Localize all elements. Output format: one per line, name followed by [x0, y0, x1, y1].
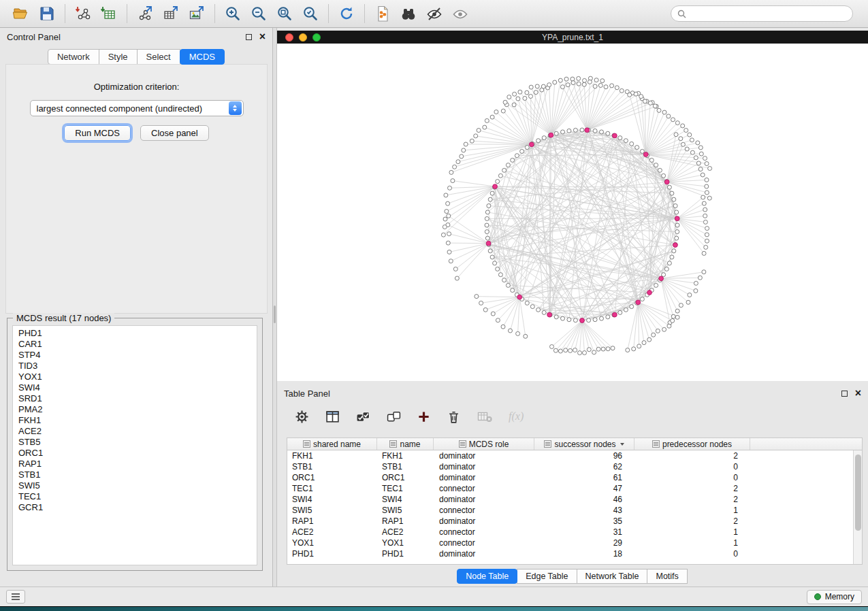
table-row[interactable]: ACE2ACE2connector311 [287, 527, 853, 538]
open-file-button[interactable] [8, 3, 34, 24]
zoom-in-button[interactable] [220, 3, 246, 24]
import-network-button[interactable] [70, 3, 96, 24]
tab-mcds[interactable]: MCDS [180, 49, 225, 65]
tab-motifs[interactable]: Motifs [647, 569, 687, 584]
mcds-result-item[interactable]: STP4 [13, 350, 257, 361]
delete-table-button[interactable] [477, 410, 492, 424]
minimize-window-icon[interactable] [299, 33, 307, 42]
mcds-result-item[interactable]: YOX1 [13, 371, 257, 382]
tab-style[interactable]: Style [99, 49, 138, 65]
table-row[interactable]: ORC1ORC1dominator610 [287, 472, 853, 483]
close-table-panel-icon[interactable]: × [855, 388, 861, 399]
column-header-successor-nodes[interactable]: successor nodes [534, 438, 634, 450]
function-builder-button[interactable]: f(x) [509, 410, 524, 423]
mcds-tab-content: Optimization criterion: largest connecte… [5, 64, 268, 314]
tab-select[interactable]: Select [137, 49, 180, 65]
scrollbar-thumb[interactable] [855, 455, 861, 531]
sort-icon [544, 440, 551, 448]
export-table-icon [162, 5, 180, 22]
table-row[interactable]: SWI4SWI4dominator462 [287, 494, 853, 505]
delete-column-button[interactable] [447, 410, 461, 424]
zoom-out-button[interactable] [246, 3, 272, 24]
mcds-result-item[interactable]: TEC1 [13, 491, 257, 502]
mcds-result-item[interactable]: CAR1 [13, 339, 257, 350]
mcds-result-item[interactable]: SRD1 [13, 393, 257, 404]
network-window-titlebar[interactable]: YPA_prune.txt_1 [277, 31, 868, 44]
network-canvas[interactable] [277, 44, 868, 381]
tab-node-table[interactable]: Node Table [457, 569, 517, 584]
select-all-button[interactable] [356, 410, 370, 424]
control-panel: Control Panel × Network Style Select MCD… [0, 28, 273, 587]
graphics-details-button[interactable] [421, 3, 447, 24]
mcds-result-item[interactable]: TID3 [13, 361, 257, 371]
memory-button[interactable]: Memory [807, 590, 862, 604]
search-box[interactable] [671, 5, 853, 22]
export-network-button[interactable] [132, 3, 158, 24]
mcds-result-item[interactable]: ACE2 [13, 426, 257, 437]
deselect-all-button[interactable] [387, 410, 401, 424]
export-table-button[interactable] [158, 3, 184, 24]
refresh-button[interactable] [334, 3, 359, 24]
export-network-icon [136, 5, 154, 22]
table-cell: connector [434, 483, 534, 494]
column-chooser-button[interactable] [325, 410, 340, 424]
export-image-button[interactable] [184, 3, 210, 24]
sort-icon [459, 440, 466, 448]
mcds-result-list[interactable]: PHD1CAR1STP4TID3YOX1SWI4SRD1PMA2FKH1ACE2… [12, 325, 257, 565]
memory-status-icon [814, 593, 821, 600]
node-table-body[interactable]: FKH1FKH1dominator962STB1STB1dominator620… [287, 450, 853, 564]
mcds-result-item[interactable]: ORC1 [13, 448, 257, 459]
table-row[interactable]: FKH1FKH1dominator962 [287, 450, 853, 461]
export-document-button[interactable] [370, 3, 396, 24]
plus-icon [417, 410, 430, 423]
tab-edge-table[interactable]: Edge Table [517, 569, 577, 584]
toolbar-separator [328, 4, 329, 23]
table-row[interactable]: STB1STB1dominator620 [287, 461, 853, 472]
column-header-name[interactable]: name [377, 438, 434, 450]
table-cell: STB1 [377, 461, 434, 472]
run-mcds-button[interactable]: Run MCDS [64, 125, 131, 141]
table-row[interactable]: RAP1RAP1dominator352 [287, 516, 853, 527]
maximize-window-icon[interactable] [312, 33, 321, 42]
mcds-result-item[interactable]: GCR1 [13, 502, 257, 513]
float-panel-icon[interactable] [246, 34, 252, 40]
table-row[interactable]: PHD1PHD1dominator180 [287, 548, 853, 559]
add-column-button[interactable] [417, 410, 430, 423]
splitter-grip-icon[interactable] [274, 306, 276, 323]
close-panel-icon[interactable]: × [259, 31, 266, 42]
criterion-dropdown[interactable]: largest connected component (undirected) [30, 100, 244, 116]
tab-network[interactable]: Network [48, 49, 99, 65]
save-session-button[interactable] [34, 3, 60, 24]
table-row[interactable]: SWI5SWI5connector431 [287, 505, 853, 516]
search-network-button[interactable] [396, 3, 421, 24]
close-panel-button[interactable]: Close panel [140, 125, 209, 141]
import-table-button[interactable] [96, 3, 122, 24]
table-row[interactable]: YOX1YOX1connector291 [287, 538, 853, 548]
table-settings-button[interactable] [295, 410, 309, 424]
mcds-result-item[interactable]: SWI5 [13, 480, 257, 491]
tab-network-table[interactable]: Network Table [577, 569, 648, 584]
close-window-icon[interactable] [285, 33, 293, 42]
zoom-selected-button[interactable] [298, 3, 323, 24]
control-panel-tabs: Network Style Select MCDS [0, 49, 272, 65]
search-input[interactable] [690, 9, 846, 18]
zoom-selected-icon [302, 5, 319, 22]
column-header-predecessor-nodes[interactable]: predecessor nodes [634, 438, 750, 450]
mcds-result-item[interactable]: STB1 [13, 469, 257, 480]
table-row[interactable]: TEC1TEC1connector472 [287, 483, 853, 494]
mcds-result-item[interactable]: RAP1 [13, 459, 257, 469]
mcds-result-item[interactable]: SWI4 [13, 382, 257, 393]
show-hide-button[interactable] [447, 3, 473, 24]
column-header-shared-name[interactable]: shared name [287, 438, 377, 450]
table-cell: 2 [634, 483, 750, 494]
panel-menu-button[interactable] [6, 590, 25, 604]
table-panel-title: Table Panel [284, 389, 330, 399]
float-table-panel-icon[interactable] [841, 391, 848, 397]
column-header-mcds-role[interactable]: MCDS role [434, 438, 534, 450]
mcds-result-item[interactable]: FKH1 [13, 415, 257, 426]
mcds-result-item[interactable]: STB5 [13, 437, 257, 448]
zoom-fit-button[interactable] [272, 3, 298, 24]
mcds-result-item[interactable]: PMA2 [13, 404, 257, 415]
table-scrollbar[interactable] [853, 450, 862, 564]
mcds-result-item[interactable]: PHD1 [13, 328, 257, 339]
